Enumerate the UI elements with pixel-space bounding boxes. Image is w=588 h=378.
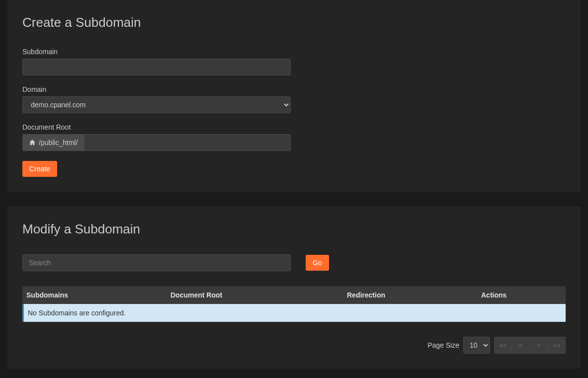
page-first-button[interactable]: << xyxy=(494,337,512,354)
column-docroot: Document Root xyxy=(170,291,347,299)
modify-subdomain-panel: Modify a Subdomain Go Subdomains Documen… xyxy=(7,207,581,369)
page-size-select[interactable]: 10 xyxy=(463,337,490,354)
subdomain-label: Subdomain xyxy=(22,48,566,56)
subdomain-table: Subdomains Document Root Redirection Act… xyxy=(22,286,566,322)
docroot-prefix-text: /public_html/ xyxy=(39,139,78,147)
page-last-button[interactable]: >> xyxy=(548,337,566,354)
domain-form-group: Domain demo.cpanel.com xyxy=(22,85,566,113)
search-input[interactable] xyxy=(22,254,291,271)
domain-label: Domain xyxy=(22,85,566,93)
column-actions: Actions xyxy=(481,291,562,299)
docroot-form-group: Document Root /public_html/ xyxy=(22,123,566,151)
create-subdomain-panel: Create a Subdomain Subdomain Domain demo… xyxy=(7,0,581,192)
docroot-input-group: /public_html/ xyxy=(22,134,291,151)
column-subdomains: Subdomains xyxy=(26,291,170,299)
column-redirection: Redirection xyxy=(347,291,481,299)
modify-panel-title: Modify a Subdomain xyxy=(22,222,566,237)
go-button[interactable]: Go xyxy=(306,255,329,271)
subdomain-form-group: Subdomain xyxy=(22,48,566,76)
empty-message: No Subdomains are configured. xyxy=(22,304,566,322)
create-panel-title: Create a Subdomain xyxy=(22,15,566,30)
home-icon xyxy=(29,139,36,146)
pagination-buttons: << < > >> xyxy=(494,337,566,354)
docroot-prefix: /public_html/ xyxy=(22,134,84,151)
page-next-button[interactable]: > xyxy=(530,337,548,354)
table-header: Subdomains Document Root Redirection Act… xyxy=(22,286,566,304)
page-prev-button[interactable]: < xyxy=(512,337,530,354)
docroot-label: Document Root xyxy=(22,123,566,131)
domain-select[interactable]: demo.cpanel.com xyxy=(22,96,291,113)
search-row: Go xyxy=(22,254,566,271)
page-size-label: Page Size xyxy=(427,341,459,349)
docroot-input[interactable] xyxy=(84,134,291,151)
subdomain-input[interactable] xyxy=(22,59,291,76)
pagination: Page Size 10 << < > >> xyxy=(22,337,566,354)
create-button[interactable]: Create xyxy=(22,161,57,177)
